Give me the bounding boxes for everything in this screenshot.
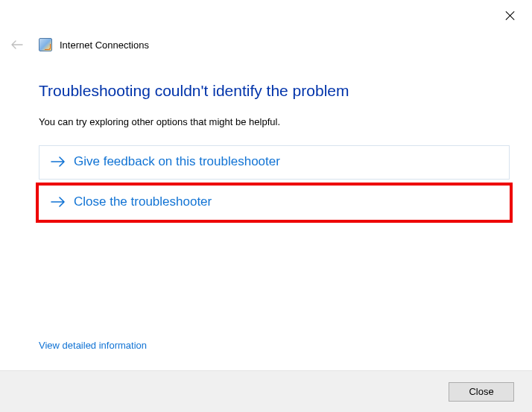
app-title: Internet Connections [60, 39, 149, 51]
window-close-icon[interactable] [505, 10, 516, 21]
back-arrow-icon [10, 38, 24, 51]
header-bar: Internet Connections [10, 36, 522, 54]
close-button[interactable]: Close [449, 382, 514, 402]
option-label: Give feedback on this troubleshooter [74, 154, 280, 169]
option-close-troubleshooter[interactable]: Close the troubleshooter [39, 186, 510, 220]
footer-bar: Close [0, 370, 532, 412]
content-area: Troubleshooting couldn't identify the pr… [39, 82, 510, 220]
arrow-right-icon [50, 194, 66, 210]
internet-connections-icon [39, 38, 52, 51]
page-subtext: You can try exploring other options that… [39, 116, 510, 127]
option-give-feedback[interactable]: Give feedback on this troubleshooter [39, 145, 510, 180]
view-detailed-information-link[interactable]: View detailed information [39, 340, 147, 351]
page-heading: Troubleshooting couldn't identify the pr… [39, 82, 510, 100]
option-label: Close the troubleshooter [74, 194, 212, 209]
arrow-right-icon [50, 153, 66, 170]
